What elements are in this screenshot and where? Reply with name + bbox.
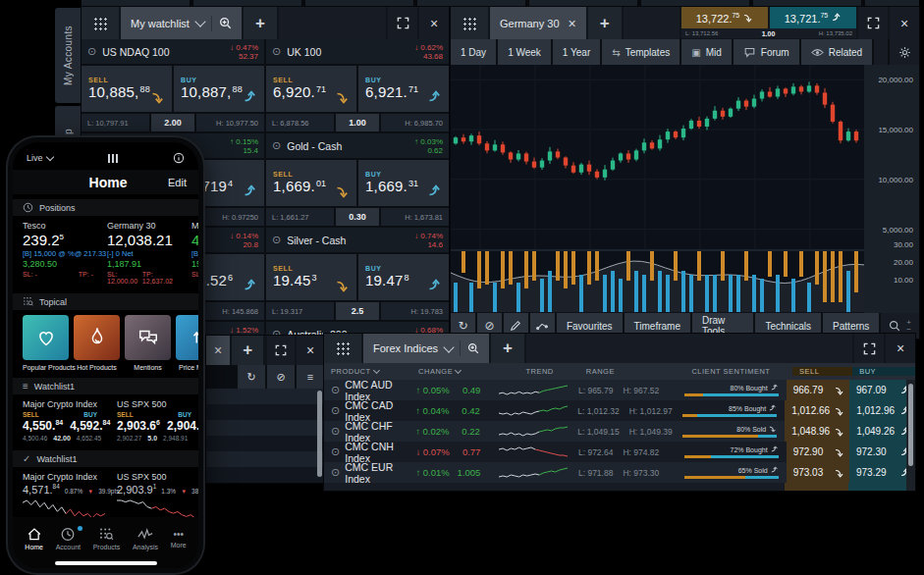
- buy-price-button[interactable]: BUY1,669.31: [358, 160, 449, 206]
- position-card[interactable]: Tesco239.25[B] 15,000 @ %@ 217.333,280.5…: [23, 221, 99, 285]
- sell-price-button[interactable]: 13,722.75: [681, 7, 768, 28]
- instrument-name-row[interactable]: ⊙UK 100↓ 0.62%43.68: [266, 39, 449, 64]
- chevron-down-icon[interactable]: [443, 341, 454, 352]
- expand-button[interactable]: [267, 336, 295, 365]
- home-indicator[interactable]: [55, 561, 157, 565]
- buy-cell[interactable]: 967.09: [849, 380, 915, 400]
- close-button[interactable]: ×: [890, 7, 919, 39]
- column-header-sell[interactable]: SELL: [792, 367, 852, 376]
- nav-item-products[interactable]: Products: [93, 527, 121, 550]
- nav-item-home[interactable]: Home: [25, 527, 43, 550]
- chevron-down-icon[interactable]: [194, 16, 205, 26]
- buy-cell[interactable]: 1,049.26: [849, 421, 915, 442]
- close-button[interactable]: ×: [419, 7, 449, 39]
- instrument-name-row[interactable]: ⊙Gold - Cash↑ 0.03%0.62: [266, 133, 449, 158]
- buy-price-button[interactable]: BUY19.478: [358, 254, 449, 300]
- scrollbar-thumb[interactable]: [908, 384, 913, 466]
- table-row[interactable]: ⊙CMC CAD Index↑ 0.04%0.42L: 1,012.32H: 1…: [324, 400, 915, 421]
- buy-cell[interactable]: 972.30: [849, 442, 915, 462]
- expand-button[interactable]: [388, 7, 417, 39]
- edit-button[interactable]: Edit: [168, 177, 187, 188]
- column-header-client-sentiment[interactable]: CLIENT SENTIMENT: [684, 367, 792, 376]
- toolbar-button-forum[interactable]: Forum: [734, 39, 799, 65]
- toolbar-button-related[interactable]: Related: [801, 39, 872, 65]
- add-tab-button[interactable]: +: [244, 7, 277, 39]
- buy-price-button[interactable]: 13,721.75: [770, 7, 856, 28]
- toolbar-button-1-week[interactable]: 1 Week: [498, 39, 551, 65]
- app-grid-button[interactable]: [82, 7, 119, 39]
- chart-tab[interactable]: Germany 30 ×: [490, 7, 586, 39]
- sell-cell[interactable]: 972.90: [787, 442, 849, 462]
- rail-tab-my-accounts[interactable]: My Accounts: [55, 8, 82, 103]
- watchlist1-quotes-header[interactable]: ≡ Watchlist1: [13, 378, 198, 394]
- add-tab-button[interactable]: +: [588, 7, 622, 39]
- table-row[interactable]: ⊙CMC CHF Index↑ 0.02%0.22L: 1,049.15H: 1…: [324, 421, 915, 442]
- topical-card-hot-products[interactable]: Hot Products: [74, 315, 120, 371]
- buy-price-button[interactable]: BUY6,921.71: [358, 66, 449, 112]
- close-tab-icon[interactable]: ×: [569, 16, 576, 31]
- panel-tab[interactable]: ×: [206, 336, 230, 365]
- ban-button[interactable]: ⊘: [267, 365, 295, 389]
- sell-cell[interactable]: 1,048.96: [785, 421, 849, 442]
- toolbar-button-mid[interactable]: ▣Mid: [681, 39, 732, 65]
- refresh-button[interactable]: ↻: [238, 365, 265, 389]
- chart-plot-area[interactable]: 20,000.0015,000.0010,000.005,000.0030.00…: [451, 65, 919, 313]
- table-row[interactable]: ⊙CMC AUD Index↑ 0.05%0.49L: 965.79H: 967…: [324, 380, 915, 400]
- nav-item-analysis[interactable]: Analysis: [133, 527, 158, 550]
- buy-cell[interactable]: 1,012.96: [849, 400, 915, 421]
- list-view-button[interactable]: ≡: [297, 365, 324, 389]
- add-tab-button[interactable]: +: [491, 334, 524, 363]
- sell-price-button[interactable]: SELL19.453: [266, 254, 356, 300]
- forex-tab[interactable]: Forex Indices: [363, 334, 489, 363]
- positions-section-header[interactable]: Positions: [13, 199, 198, 216]
- search-plus-icon[interactable]: [467, 342, 479, 354]
- position-card[interactable]: Maj4,[B] 5151SL: -: [191, 221, 198, 285]
- app-grid-button[interactable]: [451, 7, 488, 39]
- toolbar-button-1-year[interactable]: 1 Year: [553, 39, 600, 65]
- topical-card-mentions[interactable]: Mentions: [125, 315, 171, 371]
- expand-button[interactable]: [858, 7, 888, 39]
- buy-price-button[interactable]: BUY10,887,88: [174, 66, 264, 112]
- nav-item-more[interactable]: •••More: [171, 529, 187, 549]
- add-tab-button[interactable]: +: [232, 336, 263, 365]
- instrument-name-row[interactable]: ⊙US NDAQ 100↓ 0.47%52.37: [82, 39, 264, 64]
- buy-cell[interactable]: 973.29: [849, 462, 915, 483]
- column-header-trend[interactable]: TREND: [494, 367, 579, 376]
- topical-card-price-movers[interactable]: Price Movers: [176, 315, 198, 371]
- toolbar-button-1-day[interactable]: 1 Day: [451, 39, 496, 65]
- info-icon[interactable]: [173, 152, 185, 164]
- quote-card[interactable]: US SPX 500SELLBUY2,903.662,904.162,902.2…: [117, 399, 198, 442]
- close-button[interactable]: ×: [297, 336, 324, 365]
- scrollbar-thumb[interactable]: [317, 391, 322, 477]
- sell-price-button[interactable]: SELL1,669.01: [266, 160, 356, 206]
- sell-price-button[interactable]: SELL10,885,88: [82, 66, 172, 112]
- sell-cell[interactable]: 1,012.66: [785, 400, 849, 421]
- app-grid-button[interactable]: [324, 334, 361, 363]
- toolbar-button-templates[interactable]: ⇆Templates: [602, 39, 679, 65]
- column-header-range[interactable]: RANGE: [579, 367, 685, 376]
- watchlist1-charts-header[interactable]: ✓ Watchlist1: [13, 450, 198, 467]
- zoom-plus-minus[interactable]: +−: [906, 319, 911, 333]
- environment-switcher[interactable]: Live: [27, 153, 53, 163]
- sell-cell[interactable]: 966.79: [787, 380, 849, 400]
- watchlist-tab[interactable]: My watchlist: [121, 7, 242, 39]
- column-header-product[interactable]: PRODUCT: [324, 367, 411, 376]
- settings-button[interactable]: [890, 39, 919, 65]
- quote-card[interactable]: Major Crypto IndexSELLBUY4,550.844,592.8…: [23, 399, 107, 442]
- nav-item-account[interactable]: Account: [56, 527, 81, 550]
- column-header-buy[interactable]: BUY: [852, 367, 915, 376]
- topical-section-header[interactable]: Topical: [13, 293, 198, 310]
- column-header-change[interactable]: CHANGE: [411, 367, 493, 376]
- change-percent: ↓ 1.52%: [230, 326, 258, 335]
- expand-button[interactable]: [854, 334, 884, 363]
- search-plus-icon[interactable]: [219, 17, 232, 29]
- scrollbar[interactable]: [906, 380, 915, 491]
- sell-price-button[interactable]: SELL6,920.71: [266, 66, 356, 112]
- table-row[interactable]: ⊙CMC CNH Index↓ 0.07%0.77L: 972.64H: 974…: [324, 442, 915, 462]
- topical-card-popular-products[interactable]: Popular Products: [23, 315, 69, 371]
- close-button[interactable]: ×: [886, 334, 915, 363]
- sell-cell[interactable]: 973.03: [787, 462, 849, 483]
- instrument-name-row[interactable]: ⊙Silver - Cash↓ 0.74%14.6: [266, 228, 449, 252]
- position-card[interactable]: Germany 3012,038.21[-] 0 Net1,187.91SL: …: [107, 221, 184, 285]
- table-row[interactable]: ⊙CMC EUR Index↑ 0.01%1.005L: 971.88H: 97…: [324, 462, 915, 483]
